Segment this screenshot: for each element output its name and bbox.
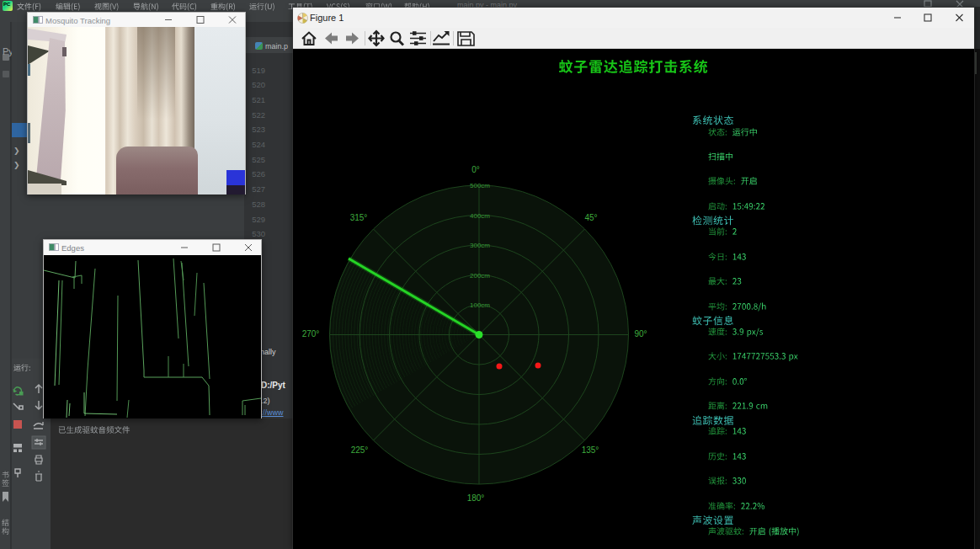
svg-text:45°: 45° xyxy=(584,213,597,222)
svg-text:270°: 270° xyxy=(302,329,320,338)
svg-text:180°: 180° xyxy=(467,493,485,503)
svg-text:315°: 315° xyxy=(350,213,368,222)
svg-text:225°: 225° xyxy=(351,445,369,455)
svg-text:400cm: 400cm xyxy=(470,212,490,220)
svg-text:300cm: 300cm xyxy=(470,242,490,249)
svg-text:100cm: 100cm xyxy=(470,301,490,309)
svg-text:0°: 0° xyxy=(471,165,480,174)
svg-text:135°: 135° xyxy=(582,445,599,455)
svg-text:90°: 90° xyxy=(634,329,647,338)
svg-text:200cm: 200cm xyxy=(470,272,490,280)
svg-text:500cm: 500cm xyxy=(470,182,490,189)
